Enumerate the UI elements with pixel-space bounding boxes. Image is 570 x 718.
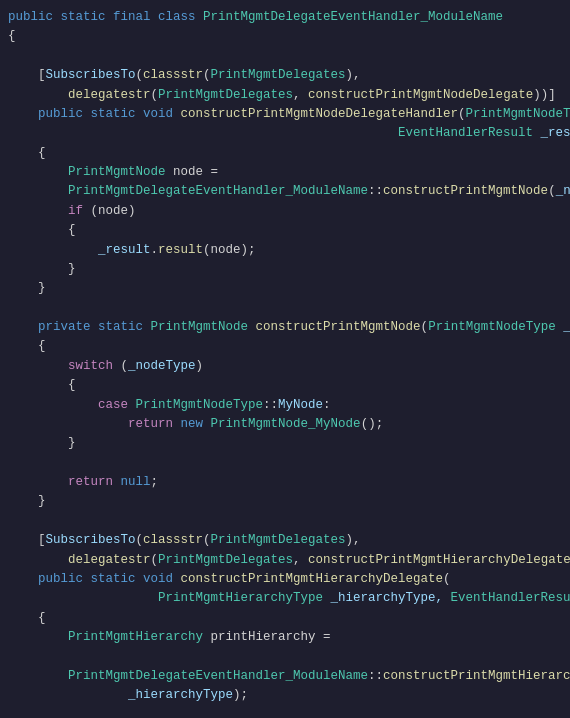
token-param: _nodeType [556, 184, 570, 198]
code-line: delegatestr(PrintMgmtDelegates, construc… [0, 86, 570, 105]
token-punc: . [151, 243, 159, 257]
token-plain: ) [196, 359, 204, 373]
token-plain [8, 398, 98, 412]
token-punc: ( [421, 320, 429, 334]
token-plain [8, 669, 68, 683]
code-line: { [0, 337, 570, 356]
token-plain [248, 320, 256, 334]
token-punc: , [293, 553, 308, 567]
code-line [0, 512, 570, 531]
token-punc: ), [346, 68, 361, 82]
token-param: _nodeType [128, 359, 196, 373]
code-line [0, 706, 570, 719]
token-punc: ( [136, 533, 144, 547]
token-plain [8, 184, 68, 198]
token-plain: (node) [83, 204, 136, 218]
token-plain [8, 688, 128, 702]
token-type: EventHandlerResult [398, 126, 533, 140]
token-plain [8, 359, 68, 373]
token-punc: ] [548, 88, 556, 102]
code-line: private static PrintMgmtNode constructPr… [0, 318, 570, 337]
token-plain [8, 475, 68, 489]
token-method: delegatestr [68, 88, 151, 102]
token-plain [8, 243, 98, 257]
code-line: PrintMgmtHierarchyType _hierarchyType, E… [0, 589, 570, 608]
code-line: case PrintMgmtNodeType::MyNode: [0, 396, 570, 415]
token-punc: { [8, 339, 46, 353]
token-method: classstr [143, 533, 203, 547]
code-line: public static final class PrintMgmtDeleg… [0, 8, 570, 27]
code-line: delegatestr(PrintMgmtDelegates, construc… [0, 551, 570, 570]
code-line: } [0, 492, 570, 511]
token-method: constructPrintMgmtNodeDelegateHandler [181, 107, 459, 121]
code-line: } [0, 260, 570, 279]
token-kw2: return [68, 475, 113, 489]
code-line: PrintMgmtHierarchy printHierarchy = [0, 628, 570, 647]
code-line: PrintMgmtDelegateEventHandler_ModuleName… [0, 667, 570, 686]
code-line: PrintMgmtDelegateEventHandler_ModuleName… [0, 182, 570, 201]
token-type: PrintMgmtDelegates [211, 68, 346, 82]
token-punc: :: [263, 398, 278, 412]
token-plain [8, 88, 68, 102]
token-method: constructPrintMgmtHierarchy [383, 669, 570, 683]
token-type: PrintMgmtNodeType [466, 107, 570, 121]
code-line: { [0, 144, 570, 163]
code-line: [SubscribesTo(classstr(PrintMgmtDelegate… [0, 66, 570, 85]
token-method: delegatestr [68, 553, 151, 567]
code-line [0, 647, 570, 666]
token-punc: { [8, 29, 16, 43]
token-punc: { [8, 223, 76, 237]
token-punc: ( [151, 553, 159, 567]
token-plain: ( [113, 359, 128, 373]
token-method: constructPrintMgmtHierarchyDelegate [308, 553, 570, 567]
token-param: _result [533, 126, 570, 140]
token-plain [113, 475, 121, 489]
token-punc: ); [233, 688, 248, 702]
code-line: if (node) [0, 202, 570, 221]
token-annotation: SubscribesTo [46, 533, 136, 547]
token-type: PrintMgmtDelegates [158, 88, 293, 102]
token-plain [8, 591, 158, 605]
token-plain [8, 165, 68, 179]
token-param: _hierarchyType [128, 688, 233, 702]
code-line: } [0, 279, 570, 298]
token-new-kw: new [181, 417, 204, 431]
token-punc: :: [368, 184, 383, 198]
token-punc: ( [136, 68, 144, 82]
code-line: { [0, 609, 570, 628]
token-type: PrintMgmtHierarchyType [158, 591, 323, 605]
token-punc: ( [458, 107, 466, 121]
token-annotation: MyNode [278, 398, 323, 412]
token-type: PrintMgmtNode [68, 165, 166, 179]
token-type: PrintMgmtHierarchy [68, 630, 203, 644]
token-kw: public static void [8, 572, 181, 586]
token-punc: { [8, 378, 76, 392]
code-line: { [0, 27, 570, 46]
token-kw2: switch [68, 359, 113, 373]
token-kw2: if [68, 204, 83, 218]
token-param: _result [98, 243, 151, 257]
token-type: PrintMgmtDelegates [158, 553, 293, 567]
token-type: EventHandlerResult [451, 591, 570, 605]
token-plain: (node); [203, 243, 256, 257]
token-class-name: PrintMgmtDelegateEventHandler_ModuleName [203, 10, 503, 24]
token-method: constructPrintMgmtNodeDelegate [308, 88, 533, 102]
token-plain: printHierarchy = [203, 630, 331, 644]
token-method: constructPrintMgmtHierarchyDelegate [181, 572, 444, 586]
code-line: PrintMgmtNode node = [0, 163, 570, 182]
token-punc: , [293, 88, 308, 102]
token-kw: public static final class [8, 10, 203, 24]
token-punc: ; [151, 475, 159, 489]
code-line: public static void constructPrintMgmtNod… [0, 105, 570, 124]
code-line: [SubscribesTo(classstr(PrintMgmtDelegate… [0, 531, 570, 550]
token-annotation: SubscribesTo [46, 68, 136, 82]
token-null-kw: null [121, 475, 151, 489]
token-punc: ( [151, 88, 159, 102]
token-method: constructPrintMgmtNode [383, 184, 548, 198]
token-class-name: PrintMgmtDelegateEventHandler_ModuleName [68, 669, 368, 683]
token-punc: ( [548, 184, 556, 198]
token-kw: private static [8, 320, 151, 334]
token-plain [173, 417, 181, 431]
token-plain [128, 398, 136, 412]
token-punc: } [8, 436, 76, 450]
